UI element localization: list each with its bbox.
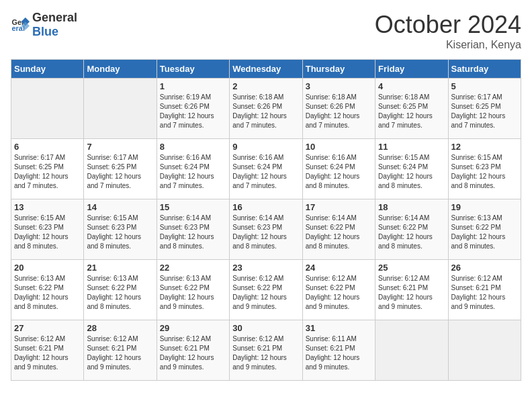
day-number: 19 [451, 202, 518, 212]
day-info: Sunrise: 6:14 AMSunset: 6:22 PMDaylight:… [306, 214, 360, 250]
day-info: Sunrise: 6:15 AMSunset: 6:23 PMDaylight:… [451, 154, 506, 189]
day-number: 28 [87, 323, 153, 333]
day-info: Sunrise: 6:15 AMSunset: 6:23 PMDaylight:… [87, 214, 141, 250]
day-info: Sunrise: 6:19 AMSunset: 6:26 PMDaylight:… [160, 93, 214, 129]
calendar-cell: 18 Sunrise: 6:14 AMSunset: 6:22 PMDaylig… [375, 199, 448, 260]
day-info: Sunrise: 6:14 AMSunset: 6:23 PMDaylight:… [232, 214, 287, 250]
logo-icon: Gen eral [11, 15, 30, 34]
calendar-cell: 26 Sunrise: 6:12 AMSunset: 6:21 PMDaylig… [448, 260, 521, 320]
calendar-cell: 11 Sunrise: 6:15 AMSunset: 6:24 PMDaylig… [375, 139, 448, 199]
day-info: Sunrise: 6:16 AMSunset: 6:24 PMDaylight:… [306, 154, 360, 189]
day-info: Sunrise: 6:13 AMSunset: 6:22 PMDaylight:… [451, 214, 506, 250]
day-number: 13 [14, 202, 81, 212]
calendar-cell: 24 Sunrise: 6:12 AMSunset: 6:22 PMDaylig… [302, 260, 375, 320]
calendar-cell: 7 Sunrise: 6:17 AMSunset: 6:25 PMDayligh… [84, 139, 157, 199]
day-info: Sunrise: 6:18 AMSunset: 6:25 PMDaylight:… [378, 93, 433, 129]
calendar-cell: 12 Sunrise: 6:15 AMSunset: 6:23 PMDaylig… [448, 139, 521, 199]
day-info: Sunrise: 6:14 AMSunset: 6:22 PMDaylight:… [378, 214, 433, 250]
col-wednesday: Wednesday [230, 60, 302, 79]
day-number: 30 [232, 323, 299, 333]
day-info: Sunrise: 6:16 AMSunset: 6:24 PMDaylight:… [232, 154, 287, 189]
calendar-cell [84, 79, 157, 139]
calendar-cell: 4 Sunrise: 6:18 AMSunset: 6:25 PMDayligh… [375, 79, 448, 139]
day-info: Sunrise: 6:12 AMSunset: 6:21 PMDaylight:… [451, 275, 506, 310]
col-friday: Friday [375, 60, 448, 79]
day-number: 25 [378, 263, 445, 273]
day-number: 3 [306, 81, 372, 91]
day-number: 27 [14, 323, 81, 333]
calendar-cell: 19 Sunrise: 6:13 AMSunset: 6:22 PMDaylig… [448, 199, 521, 260]
day-number: 6 [14, 142, 81, 152]
day-number: 5 [451, 81, 518, 91]
calendar-cell: 6 Sunrise: 6:17 AMSunset: 6:25 PMDayligh… [11, 139, 84, 199]
col-monday: Monday [84, 60, 157, 79]
calendar-week-row: 27 Sunrise: 6:12 AMSunset: 6:21 PMDaylig… [11, 320, 521, 381]
calendar-cell: 14 Sunrise: 6:15 AMSunset: 6:23 PMDaylig… [84, 199, 157, 260]
calendar-cell: 29 Sunrise: 6:12 AMSunset: 6:21 PMDaylig… [157, 320, 229, 381]
day-info: Sunrise: 6:15 AMSunset: 6:24 PMDaylight:… [378, 154, 433, 189]
calendar-table: Sunday Monday Tuesday Wednesday Thursday… [11, 59, 521, 381]
day-info: Sunrise: 6:12 AMSunset: 6:22 PMDaylight:… [232, 275, 287, 310]
calendar-cell: 16 Sunrise: 6:14 AMSunset: 6:23 PMDaylig… [230, 199, 302, 260]
day-number: 7 [87, 142, 153, 152]
day-number: 18 [378, 202, 445, 212]
day-info: Sunrise: 6:12 AMSunset: 6:21 PMDaylight:… [14, 335, 69, 371]
col-tuesday: Tuesday [157, 60, 229, 79]
day-info: Sunrise: 6:18 AMSunset: 6:26 PMDaylight:… [232, 93, 287, 129]
calendar-cell: 8 Sunrise: 6:16 AMSunset: 6:24 PMDayligh… [157, 139, 229, 199]
calendar-cell: 23 Sunrise: 6:12 AMSunset: 6:22 PMDaylig… [230, 260, 302, 320]
calendar-cell: 21 Sunrise: 6:13 AMSunset: 6:22 PMDaylig… [84, 260, 157, 320]
calendar-header-row: Sunday Monday Tuesday Wednesday Thursday… [11, 60, 521, 79]
calendar-cell [448, 320, 521, 381]
day-number: 24 [306, 263, 372, 273]
day-info: Sunrise: 6:17 AMSunset: 6:25 PMDaylight:… [14, 154, 69, 189]
calendar-cell: 15 Sunrise: 6:14 AMSunset: 6:23 PMDaylig… [157, 199, 229, 260]
day-number: 11 [378, 142, 445, 152]
day-number: 20 [14, 263, 81, 273]
calendar-cell: 17 Sunrise: 6:14 AMSunset: 6:22 PMDaylig… [302, 199, 375, 260]
col-sunday: Sunday [11, 60, 84, 79]
calendar-cell [375, 320, 448, 381]
calendar-cell: 9 Sunrise: 6:16 AMSunset: 6:24 PMDayligh… [230, 139, 302, 199]
day-number: 4 [378, 81, 445, 91]
day-info: Sunrise: 6:17 AMSunset: 6:25 PMDaylight:… [87, 154, 141, 189]
calendar-cell: 31 Sunrise: 6:11 AMSunset: 6:21 PMDaylig… [302, 320, 375, 381]
month-title: October 2024 [375, 11, 521, 39]
calendar-week-row: 20 Sunrise: 6:13 AMSunset: 6:22 PMDaylig… [11, 260, 521, 320]
calendar-cell: 20 Sunrise: 6:13 AMSunset: 6:22 PMDaylig… [11, 260, 84, 320]
calendar-week-row: 13 Sunrise: 6:15 AMSunset: 6:23 PMDaylig… [11, 199, 521, 260]
calendar-cell [11, 79, 84, 139]
day-number: 31 [306, 323, 372, 333]
calendar-cell: 28 Sunrise: 6:12 AMSunset: 6:21 PMDaylig… [84, 320, 157, 381]
day-info: Sunrise: 6:17 AMSunset: 6:25 PMDaylight:… [451, 93, 506, 129]
day-number: 23 [232, 263, 299, 273]
page-header: Gen eral General Blue October 2024 Kiser… [11, 11, 521, 51]
day-info: Sunrise: 6:13 AMSunset: 6:22 PMDaylight:… [14, 275, 69, 310]
day-info: Sunrise: 6:13 AMSunset: 6:22 PMDaylight:… [160, 275, 214, 310]
calendar-cell: 30 Sunrise: 6:12 AMSunset: 6:21 PMDaylig… [230, 320, 302, 381]
day-number: 9 [232, 142, 299, 152]
day-number: 14 [87, 202, 153, 212]
calendar-cell: 22 Sunrise: 6:13 AMSunset: 6:22 PMDaylig… [157, 260, 229, 320]
calendar-week-row: 1 Sunrise: 6:19 AMSunset: 6:26 PMDayligh… [11, 79, 521, 139]
day-info: Sunrise: 6:12 AMSunset: 6:21 PMDaylight:… [160, 335, 214, 371]
day-info: Sunrise: 6:12 AMSunset: 6:22 PMDaylight:… [306, 275, 360, 310]
calendar-cell: 3 Sunrise: 6:18 AMSunset: 6:26 PMDayligh… [302, 79, 375, 139]
location-title: Kiserian, Kenya [375, 39, 521, 51]
calendar-week-row: 6 Sunrise: 6:17 AMSunset: 6:25 PMDayligh… [11, 139, 521, 199]
day-number: 8 [160, 142, 226, 152]
day-info: Sunrise: 6:12 AMSunset: 6:21 PMDaylight:… [87, 335, 141, 371]
day-number: 21 [87, 263, 153, 273]
day-number: 17 [306, 202, 372, 212]
day-info: Sunrise: 6:16 AMSunset: 6:24 PMDaylight:… [160, 154, 214, 189]
day-info: Sunrise: 6:11 AMSunset: 6:21 PMDaylight:… [306, 335, 360, 371]
day-number: 10 [306, 142, 372, 152]
logo-general: General [32, 11, 77, 24]
calendar-cell: 25 Sunrise: 6:12 AMSunset: 6:21 PMDaylig… [375, 260, 448, 320]
day-info: Sunrise: 6:15 AMSunset: 6:23 PMDaylight:… [14, 214, 69, 250]
day-info: Sunrise: 6:14 AMSunset: 6:23 PMDaylight:… [160, 214, 214, 250]
day-number: 29 [160, 323, 226, 333]
day-number: 22 [160, 263, 226, 273]
day-info: Sunrise: 6:12 AMSunset: 6:21 PMDaylight:… [378, 275, 433, 310]
col-saturday: Saturday [448, 60, 521, 79]
